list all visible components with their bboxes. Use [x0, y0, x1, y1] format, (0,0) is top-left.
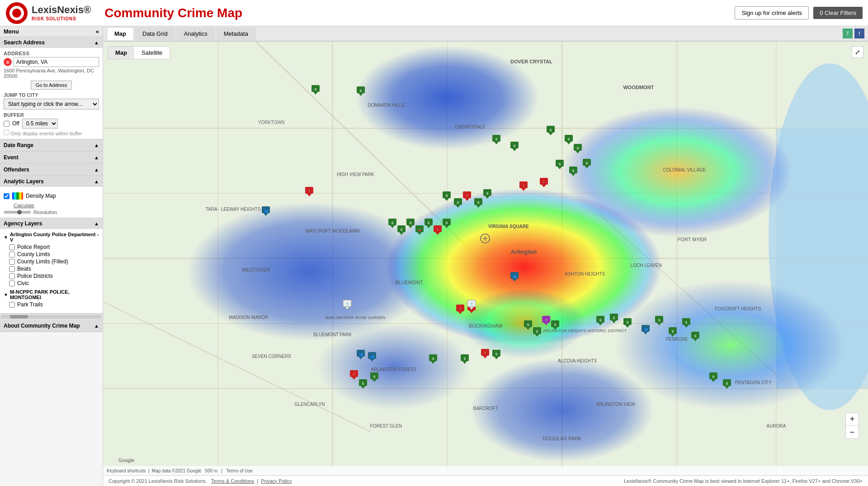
- civic-checkbox[interactable]: [9, 281, 15, 286]
- svg-text:$: $: [672, 329, 674, 334]
- svg-text:$: $: [514, 144, 516, 148]
- svg-rect-165: [533, 327, 541, 334]
- zoom-in-button[interactable]: +: [846, 413, 859, 426]
- address-sub-text: 1600 Pennsylvania Ave, Washington, DC 20…: [4, 68, 99, 79]
- about-section[interactable]: About Community Crime Map ▲: [0, 320, 103, 332]
- map-area[interactable]: Map Satellite: [103, 42, 868, 475]
- facebook-icon[interactable]: f: [854, 29, 864, 38]
- svg-rect-60: [510, 272, 519, 279]
- svg-marker-76: [485, 196, 490, 199]
- svg-rect-159: [551, 320, 559, 327]
- svg-point-2: [12, 9, 21, 18]
- jump-to-city-select[interactable]: Start typing or click the arrow...: [4, 99, 99, 110]
- sidebar-collapse-icon[interactable]: «: [96, 28, 99, 35]
- svg-marker-85: [408, 225, 413, 228]
- density-row: Density Map: [4, 190, 99, 202]
- agency-group-2-arrow: ▼: [4, 292, 8, 297]
- police-districts-checkbox[interactable]: [9, 273, 15, 279]
- address-input[interactable]: [14, 57, 99, 67]
- twitter-icon[interactable]: T: [843, 29, 853, 38]
- agency-layers-content: ▼ Arlington County Police Department - V…: [0, 229, 103, 313]
- buffer-check-row: Only display events within buffer: [4, 129, 99, 136]
- search-address-header[interactable]: Search Address ▲: [0, 37, 103, 48]
- footer-privacy-link[interactable]: Privacy Policy: [261, 478, 292, 484]
- buffer-distance-select[interactable]: 0.5 miles: [22, 119, 58, 129]
- svg-text:!: !: [471, 306, 472, 310]
- sidebar-h-scrollbar[interactable]: [0, 314, 103, 320]
- svg-text:Arlington: Arlington: [511, 248, 537, 255]
- county-limits-filled-checkbox[interactable]: [9, 259, 15, 265]
- svg-marker-136: [670, 334, 675, 337]
- density-checkbox[interactable]: [4, 193, 9, 199]
- svg-text:AURORA: AURORA: [767, 424, 786, 429]
- footer-terms-link[interactable]: Terms & Conditions: [211, 478, 254, 484]
- svg-rect-33: [547, 126, 555, 133]
- svg-text:!: !: [437, 228, 438, 231]
- svg-rect-93: [434, 225, 442, 232]
- fullscreen-button[interactable]: ⤢: [852, 46, 863, 58]
- search-address-label: Search Address: [4, 39, 45, 46]
- footer-copyright: Copyright © 2021 LexisNexis Risk Solutio…: [108, 478, 207, 484]
- tab-analytics[interactable]: Analytics: [176, 27, 215, 40]
- event-section[interactable]: Event ▲: [0, 152, 103, 164]
- svg-rect-96: [443, 219, 451, 225]
- svg-text:$: $: [464, 357, 466, 361]
- svg-rect-186: [467, 300, 476, 307]
- agency-layers-header[interactable]: Agency Layers ▲: [0, 218, 103, 229]
- svg-marker-55: [542, 185, 546, 187]
- beats-checkbox[interactable]: [9, 266, 15, 272]
- map-view-map-button[interactable]: Map: [108, 47, 134, 59]
- svg-text:$: $: [599, 318, 602, 322]
- police-report-checkbox[interactable]: [9, 244, 15, 250]
- address-row: ⊕: [4, 57, 99, 67]
- search-address-content: ADDRESS ⊕ 1600 Pennsylvania Ave, Washing…: [0, 48, 103, 139]
- tab-metadata[interactable]: Metadata: [216, 27, 256, 40]
- tab-map[interactable]: Map: [107, 27, 134, 40]
- svg-text:$: $: [658, 318, 660, 322]
- svg-text:PENROSE: PENROSE: [666, 337, 688, 342]
- svg-rect-114: [481, 349, 489, 356]
- date-range-section[interactable]: Date Range ▲: [0, 139, 103, 152]
- zoom-out-button[interactable]: −: [846, 426, 859, 438]
- svg-rect-57: [262, 206, 270, 213]
- svg-marker-49: [307, 194, 311, 196]
- svg-text:LOCH LEAVEN: LOCH LEAVEN: [631, 263, 662, 268]
- svg-marker-187: [469, 307, 474, 310]
- search-address-arrow: ▲: [94, 40, 99, 45]
- svg-marker-160: [553, 327, 557, 330]
- svg-marker-178: [711, 379, 716, 382]
- tab-data-grid[interactable]: Data Grid: [135, 27, 175, 40]
- map-view-satellite-button[interactable]: Satellite: [134, 47, 170, 59]
- svg-rect-126: [623, 318, 632, 325]
- offenders-section[interactable]: Offenders ▲: [0, 164, 103, 176]
- agency-group-1-header[interactable]: ▼ Arlington County Police Department - V: [4, 232, 99, 243]
- svg-marker-181: [725, 386, 729, 389]
- svg-text:$: $: [613, 316, 615, 320]
- analytic-layers-header[interactable]: Analytic Layers ▲: [0, 176, 103, 187]
- buffer-checkbox[interactable]: [4, 121, 9, 127]
- svg-text:$: $: [446, 221, 448, 225]
- resolution-slider-track[interactable]: [4, 211, 31, 214]
- svg-text:DOVER CRYSTAL: DOVER CRYSTAL: [510, 59, 552, 64]
- svg-rect-150: [429, 354, 437, 361]
- signup-button[interactable]: Sign up for crime alerts: [735, 6, 809, 19]
- agency-group-2: ▼ M-NCPPC PARK POLICE, MONTGOMEI Park Tr…: [4, 289, 99, 308]
- svg-text:$: $: [495, 352, 498, 356]
- svg-marker-97: [444, 225, 449, 228]
- svg-text:BARCROFT: BARCROFT: [473, 406, 498, 411]
- calculate-link[interactable]: Calculate: [14, 203, 34, 208]
- park-trails-checkbox[interactable]: [9, 302, 15, 308]
- svg-text:$: $: [559, 162, 561, 166]
- sidebar-menu-bar[interactable]: Menu «: [0, 26, 103, 37]
- svg-marker-115: [483, 356, 487, 358]
- svg-rect-138: [682, 318, 690, 325]
- clear-filters-button[interactable]: 0 Clear Filters: [813, 7, 863, 19]
- date-range-label: Date Range: [4, 142, 33, 148]
- svg-marker-154: [462, 361, 467, 364]
- go-to-address-button[interactable]: Go to Address: [31, 81, 72, 90]
- agency-group-1-arrow: ▼: [4, 235, 8, 240]
- county-limits-checkbox[interactable]: [9, 252, 15, 257]
- agency-group-2-header[interactable]: ▼ M-NCPPC PARK POLICE, MONTGOMEI: [4, 289, 99, 300]
- attribution-text: Keyboard shortcuts | Map data ©2021 Goog…: [107, 468, 253, 473]
- svg-rect-141: [691, 332, 699, 338]
